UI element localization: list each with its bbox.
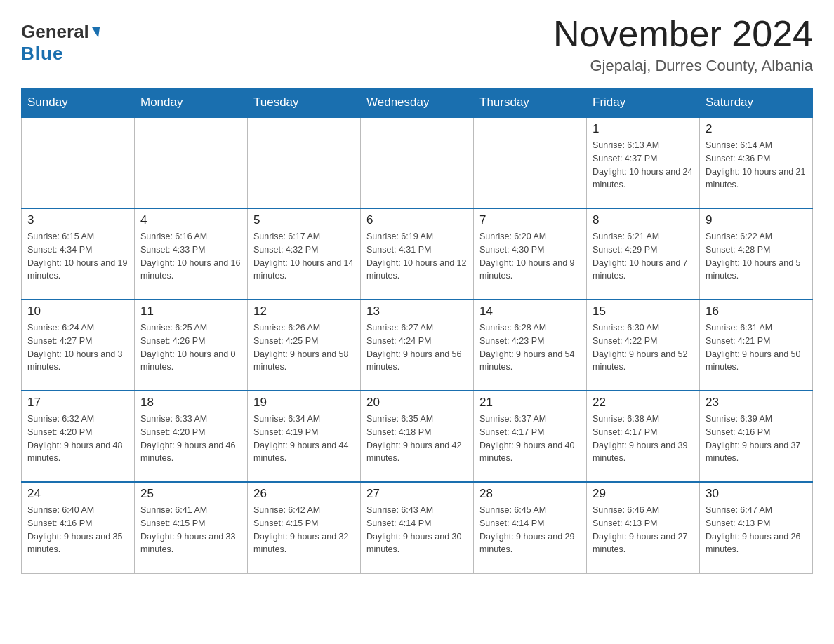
day-number: 23: [706, 396, 807, 410]
title-area: November 2024 Gjepalaj, Durres County, A…: [553, 14, 813, 75]
calendar-cell-3-0: 17Sunrise: 6:32 AM Sunset: 4:20 PM Dayli…: [22, 391, 135, 482]
day-info: Sunrise: 6:35 AM Sunset: 4:18 PM Dayligh…: [366, 412, 468, 465]
day-number: 2: [706, 122, 807, 136]
day-info: Sunrise: 6:19 AM Sunset: 4:31 PM Dayligh…: [366, 230, 468, 283]
day-info: Sunrise: 6:21 AM Sunset: 4:29 PM Dayligh…: [593, 230, 694, 283]
calendar-cell-2-6: 16Sunrise: 6:31 AM Sunset: 4:21 PM Dayli…: [700, 300, 813, 391]
day-number: 9: [706, 213, 807, 227]
calendar-cell-4-2: 26Sunrise: 6:42 AM Sunset: 4:15 PM Dayli…: [248, 482, 361, 573]
calendar-cell-4-3: 27Sunrise: 6:43 AM Sunset: 4:14 PM Dayli…: [361, 482, 474, 573]
day-number: 29: [593, 487, 694, 501]
day-number: 15: [593, 304, 694, 318]
calendar-cell-1-5: 8Sunrise: 6:21 AM Sunset: 4:29 PM Daylig…: [587, 208, 700, 300]
week-row-4: 17Sunrise: 6:32 AM Sunset: 4:20 PM Dayli…: [22, 391, 813, 482]
calendar-header-friday: Friday: [587, 88, 700, 118]
day-info: Sunrise: 6:40 AM Sunset: 4:16 PM Dayligh…: [27, 504, 128, 556]
day-number: 5: [253, 213, 355, 227]
day-number: 8: [593, 213, 694, 227]
calendar-cell-2-1: 11Sunrise: 6:25 AM Sunset: 4:26 PM Dayli…: [135, 300, 248, 391]
calendar-cell-1-4: 7Sunrise: 6:20 AM Sunset: 4:30 PM Daylig…: [474, 208, 587, 300]
calendar-cell-0-0: [22, 117, 135, 208]
day-number: 26: [253, 487, 355, 501]
calendar-cell-0-5: 1Sunrise: 6:13 AM Sunset: 4:37 PM Daylig…: [587, 117, 700, 208]
day-number: 1: [593, 122, 694, 136]
day-info: Sunrise: 6:38 AM Sunset: 4:17 PM Dayligh…: [593, 412, 694, 465]
day-info: Sunrise: 6:20 AM Sunset: 4:30 PM Dayligh…: [479, 230, 581, 283]
day-number: 22: [593, 396, 694, 410]
day-info: Sunrise: 6:22 AM Sunset: 4:28 PM Dayligh…: [706, 230, 807, 283]
page-header: General Blue November 2024 Gjepalaj, Dur…: [21, 14, 813, 75]
day-number: 16: [706, 304, 807, 318]
calendar-cell-2-2: 12Sunrise: 6:26 AM Sunset: 4:25 PM Dayli…: [248, 300, 361, 391]
calendar-cell-0-4: [474, 117, 587, 208]
week-row-3: 10Sunrise: 6:24 AM Sunset: 4:27 PM Dayli…: [22, 300, 813, 391]
day-number: 6: [366, 213, 468, 227]
day-info: Sunrise: 6:15 AM Sunset: 4:34 PM Dayligh…: [27, 230, 128, 283]
calendar-header-row: SundayMondayTuesdayWednesdayThursdayFrid…: [22, 88, 813, 118]
day-info: Sunrise: 6:42 AM Sunset: 4:15 PM Dayligh…: [253, 504, 355, 556]
day-number: 20: [366, 396, 468, 410]
day-info: Sunrise: 6:33 AM Sunset: 4:20 PM Dayligh…: [140, 412, 241, 465]
logo-arrow-icon: [91, 27, 100, 38]
calendar-header-saturday: Saturday: [700, 88, 813, 118]
logo-blue: Blue: [21, 43, 63, 65]
day-number: 18: [140, 396, 241, 410]
day-info: Sunrise: 6:30 AM Sunset: 4:22 PM Dayligh…: [593, 321, 694, 374]
calendar-cell-4-6: 30Sunrise: 6:47 AM Sunset: 4:13 PM Dayli…: [700, 482, 813, 573]
day-number: 21: [479, 396, 581, 410]
day-info: Sunrise: 6:43 AM Sunset: 4:14 PM Dayligh…: [366, 504, 468, 556]
calendar-header-tuesday: Tuesday: [248, 88, 361, 118]
logo: General Blue: [21, 14, 99, 65]
day-info: Sunrise: 6:26 AM Sunset: 4:25 PM Dayligh…: [253, 321, 355, 374]
calendar-cell-1-3: 6Sunrise: 6:19 AM Sunset: 4:31 PM Daylig…: [361, 208, 474, 300]
calendar-cell-4-0: 24Sunrise: 6:40 AM Sunset: 4:16 PM Dayli…: [22, 482, 135, 573]
day-number: 17: [27, 396, 128, 410]
day-info: Sunrise: 6:31 AM Sunset: 4:21 PM Dayligh…: [706, 321, 807, 374]
calendar-cell-2-5: 15Sunrise: 6:30 AM Sunset: 4:22 PM Dayli…: [587, 300, 700, 391]
calendar-cell-1-6: 9Sunrise: 6:22 AM Sunset: 4:28 PM Daylig…: [700, 208, 813, 300]
calendar-cell-0-2: [248, 117, 361, 208]
day-number: 28: [479, 487, 581, 501]
calendar-cell-3-4: 21Sunrise: 6:37 AM Sunset: 4:17 PM Dayli…: [474, 391, 587, 482]
day-number: 30: [706, 487, 807, 501]
day-number: 19: [253, 396, 355, 410]
day-info: Sunrise: 6:25 AM Sunset: 4:26 PM Dayligh…: [140, 321, 241, 374]
calendar-cell-1-1: 4Sunrise: 6:16 AM Sunset: 4:33 PM Daylig…: [135, 208, 248, 300]
day-info: Sunrise: 6:46 AM Sunset: 4:13 PM Dayligh…: [593, 504, 694, 556]
calendar-cell-3-3: 20Sunrise: 6:35 AM Sunset: 4:18 PM Dayli…: [361, 391, 474, 482]
calendar-cell-1-2: 5Sunrise: 6:17 AM Sunset: 4:32 PM Daylig…: [248, 208, 361, 300]
calendar-cell-2-3: 13Sunrise: 6:27 AM Sunset: 4:24 PM Dayli…: [361, 300, 474, 391]
calendar-cell-0-1: [135, 117, 248, 208]
calendar-header-sunday: Sunday: [22, 88, 135, 118]
calendar-table: SundayMondayTuesdayWednesdayThursdayFrid…: [21, 88, 813, 574]
day-info: Sunrise: 6:27 AM Sunset: 4:24 PM Dayligh…: [366, 321, 468, 374]
calendar-cell-0-6: 2Sunrise: 6:14 AM Sunset: 4:36 PM Daylig…: [700, 117, 813, 208]
calendar-cell-3-5: 22Sunrise: 6:38 AM Sunset: 4:17 PM Dayli…: [587, 391, 700, 482]
day-info: Sunrise: 6:39 AM Sunset: 4:16 PM Dayligh…: [706, 412, 807, 465]
day-number: 24: [27, 487, 128, 501]
calendar-cell-3-1: 18Sunrise: 6:33 AM Sunset: 4:20 PM Dayli…: [135, 391, 248, 482]
calendar-header-thursday: Thursday: [474, 88, 587, 118]
week-row-1: 1Sunrise: 6:13 AM Sunset: 4:37 PM Daylig…: [22, 117, 813, 208]
calendar-header-wednesday: Wednesday: [361, 88, 474, 118]
day-info: Sunrise: 6:45 AM Sunset: 4:14 PM Dayligh…: [479, 504, 581, 556]
week-row-2: 3Sunrise: 6:15 AM Sunset: 4:34 PM Daylig…: [22, 208, 813, 300]
day-info: Sunrise: 6:34 AM Sunset: 4:19 PM Dayligh…: [253, 412, 355, 465]
day-info: Sunrise: 6:37 AM Sunset: 4:17 PM Dayligh…: [479, 412, 581, 465]
page-title: November 2024: [553, 14, 813, 54]
day-number: 27: [366, 487, 468, 501]
calendar-cell-4-4: 28Sunrise: 6:45 AM Sunset: 4:14 PM Dayli…: [474, 482, 587, 573]
day-number: 10: [27, 304, 128, 318]
day-number: 7: [479, 213, 581, 227]
day-number: 13: [366, 304, 468, 318]
logo-general: General: [21, 21, 89, 43]
page-subtitle: Gjepalaj, Durres County, Albania: [553, 57, 813, 75]
calendar-cell-3-6: 23Sunrise: 6:39 AM Sunset: 4:16 PM Dayli…: [700, 391, 813, 482]
day-number: 4: [140, 213, 241, 227]
calendar-cell-4-1: 25Sunrise: 6:41 AM Sunset: 4:15 PM Dayli…: [135, 482, 248, 573]
day-info: Sunrise: 6:28 AM Sunset: 4:23 PM Dayligh…: [479, 321, 581, 374]
calendar-cell-2-0: 10Sunrise: 6:24 AM Sunset: 4:27 PM Dayli…: [22, 300, 135, 391]
day-info: Sunrise: 6:14 AM Sunset: 4:36 PM Dayligh…: [706, 139, 807, 192]
day-number: 11: [140, 304, 241, 318]
day-number: 25: [140, 487, 241, 501]
